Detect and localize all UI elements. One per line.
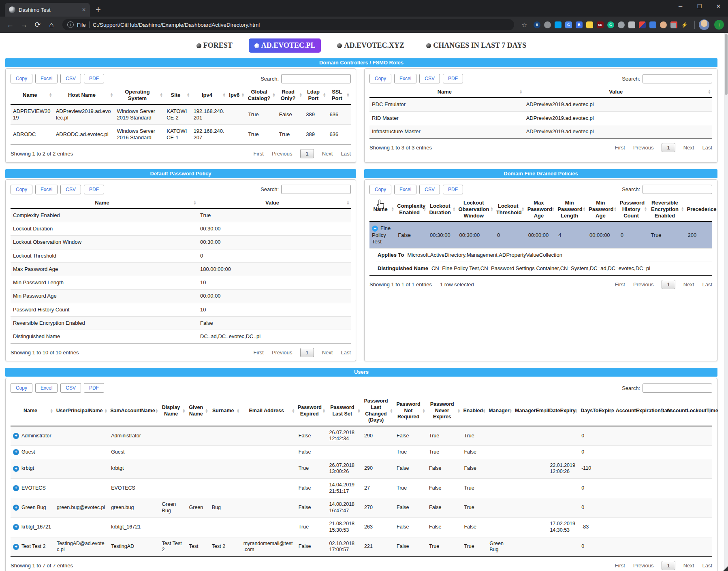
fine-col-password-history-count[interactable]: Password History Count▲▼ [618,198,649,222]
page-next-button[interactable]: Next [322,151,333,157]
excel-button[interactable]: Excel [394,74,416,83]
extension-icon[interactable]: 0 [534,21,540,28]
copy-button[interactable]: Copy [369,74,391,83]
pwd-col-value[interactable]: Value▲▼ [198,198,351,209]
dc-col-read-only-[interactable]: Read Only?▲▼ [277,87,303,104]
users-row[interactable]: +AdministratorAdministratorFalse26.07.20… [11,426,712,446]
nav-tab-ad-evotec-xyz[interactable]: AD.EVOTEC.XYZ [331,38,410,53]
users-col-password-not-required[interactable]: Password Not Required▲▼ [394,396,427,426]
page-next-button[interactable]: Next [322,349,333,356]
users-search-input[interactable] [643,384,712,393]
fine-col-lockout-threshold[interactable]: Lockout Threshold▲▼ [495,198,526,222]
fine-col-max-password-age[interactable]: Max Password Age▲▼ [526,198,556,222]
dc-row[interactable]: ADPREVIEW2019ADPreview2019.ad.evotec.plW… [11,104,351,125]
page-1-button[interactable]: 1 [662,561,675,570]
fsmo-row[interactable]: PDC EmulatorADPreview2019.ad.evotec.pl [369,98,712,111]
fine-col-min-password-length[interactable]: Min Password Length▲▼ [556,198,587,222]
clipboard-icon[interactable] [628,21,635,28]
users-col-display-name[interactable]: Display Name▲▼ [160,396,187,426]
windows-logo-icon[interactable] [555,21,561,28]
ublock-shield-icon[interactable]: UD [597,21,604,28]
excel-button[interactable]: Excel [35,383,58,393]
users-row[interactable]: +GuestGuestFalseTrueTrueFalse0 [11,446,712,459]
pwd-search-input[interactable] [281,185,351,194]
page-previous-button[interactable]: Previous [633,562,654,569]
pdf-button[interactable]: PDF [84,185,104,194]
users-col-name[interactable]: Name▲▼ [11,396,54,426]
extension-icon[interactable] [586,21,593,28]
page-previous-button[interactable]: Previous [633,281,654,288]
dc-col-ipv4[interactable]: Ipv4▲▼ [191,87,227,104]
expand-row-button[interactable]: + [13,433,19,439]
pwd-row[interactable]: Lockout Duration00:30:00 [11,222,351,236]
users-col-samaccountname[interactable]: SamAccountName▲▼ [109,396,159,426]
copy-button[interactable]: Copy [11,74,32,83]
profile-avatar[interactable] [699,19,709,30]
users-col-daystoexpire[interactable]: DaysToExpire▲▼ [579,396,614,426]
avatar-extension-icon[interactable] [660,21,667,28]
page-last-button[interactable]: Last [702,281,712,288]
new-tab-button[interactable]: + [96,3,101,17]
back-button-icon[interactable]: ← [4,21,16,29]
csv-button[interactable]: CSV [419,185,440,194]
pdf-button[interactable]: PDF [84,383,104,393]
page-1-button[interactable]: 1 [662,143,675,152]
forward-button-icon[interactable]: → [18,21,30,29]
users-row[interactable]: +krbtgt_16721krbtgt_16721True21.08.2018 … [11,518,712,537]
users-col-surname[interactable]: Surname▲▼ [209,396,241,426]
users-col-userprincipalname[interactable]: UserPrincipalName▲▼ [54,396,109,426]
fine-col-lockout-observation-window[interactable]: Lockout Observation Window▲▼ [457,198,495,222]
page-previous-button[interactable]: Previous [272,151,292,157]
pwd-row[interactable]: Min Password Length10 [11,276,351,290]
users-col-password-never-expires[interactable]: Password Never Expires▲▼ [427,396,461,426]
pwd-row[interactable]: Lockout Observation Window00:30:00 [11,236,351,249]
page-info-icon[interactable]: i [67,21,74,28]
dc-col-operating-system[interactable]: Operating System▲▼ [115,87,164,104]
users-col-email-address[interactable]: Email Address▲▼ [241,396,296,426]
dc-col-ldap-port[interactable]: Ldap Port▲▼ [303,87,327,104]
page-1-button[interactable]: 1 [300,149,314,158]
users-col-manageremail[interactable]: ManagerEmail▲▼ [513,396,547,426]
extension-icon[interactable] [544,21,551,28]
page-next-button[interactable]: Next [683,562,694,569]
users-col-given-name[interactable]: Given Name▲▼ [187,396,209,426]
users-row[interactable]: +EVOTECSEVOTECSFalse14.04.2019 21:51:172… [11,478,712,498]
pdf-button[interactable]: PDF [84,74,104,83]
tab-close-icon[interactable]: ✕ [82,7,86,13]
grid-icon[interactable] [670,21,677,28]
fine-row[interactable]: −Fine Policy TestFalse00:30:0000:30:0000… [369,222,712,248]
scrollbar-thumb[interactable] [725,34,728,95]
flag-icon[interactable] [639,21,646,28]
collapse-row-button[interactable]: − [372,226,378,232]
fsmo-row[interactable]: Infrastructure MasterADPreview2019.ad.ev… [369,125,712,138]
excel-button[interactable]: Excel [394,185,416,194]
csv-button[interactable]: CSV [60,383,81,393]
copy-button[interactable]: Copy [11,383,32,393]
extension-icon[interactable] [649,21,656,28]
pin-icon[interactable] [618,21,625,28]
dc-col-ssl-port[interactable]: SSL Port▲▼ [327,87,351,104]
home-button-icon[interactable]: ⌂ [45,21,58,29]
users-col-manager[interactable]: Manager▲▼ [487,396,513,426]
dc-row[interactable]: ADRODCADRODC.ad.evotec.plWindows Server … [11,125,351,145]
page-first-button[interactable]: First [615,145,625,151]
nav-tab-forest[interactable]: FOREST [191,38,238,53]
page-1-button[interactable]: 1 [662,280,675,289]
pwd-row[interactable]: Complexity EnabledTrue [11,209,351,222]
pwd-col-name[interactable]: Name▲▼ [11,198,198,209]
window-maximize-button[interactable]: ☐ [690,0,709,14]
window-minimize-button[interactable]: ─ [671,0,690,14]
fsmo-col-value[interactable]: Value▲▼ [524,87,712,98]
copy-button[interactable]: Copy [11,185,32,194]
csv-button[interactable]: CSV [60,74,81,83]
page-first-button[interactable]: First [615,281,625,288]
excel-button[interactable]: Excel [35,185,58,194]
pdf-button[interactable]: PDF [443,74,463,83]
nav-tab-ad-evotec-pl[interactable]: AD.EVOTEC.PL [249,38,321,53]
users-row[interactable]: +krbtgtkrbtgtTrue26.07.2018 13:00:26290F… [11,459,712,478]
page-previous-button[interactable]: Previous [272,349,292,356]
users-col-password-last-set[interactable]: Password Last Set▲▼ [327,396,362,426]
pwd-row[interactable]: Distinguished NameDC=ad,DC=evotec,DC=pl [11,330,351,343]
page-last-button[interactable]: Last [341,349,351,356]
dc-col-name[interactable]: Name▲▼ [11,87,53,104]
